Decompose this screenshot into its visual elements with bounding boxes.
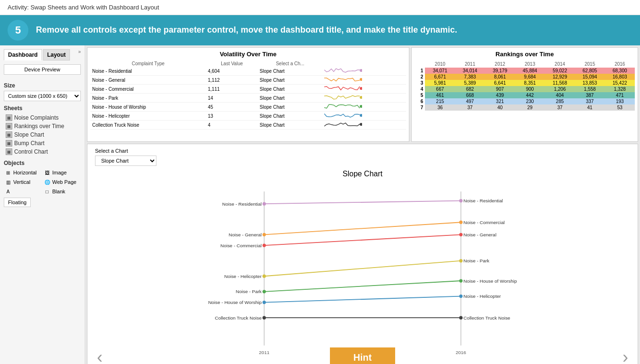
rank-cell: 34,071 xyxy=(425,68,455,74)
svg-point-27 xyxy=(262,301,266,304)
step-number: 5 xyxy=(8,20,28,41)
last-value: 45 xyxy=(206,103,258,112)
slope-label-left: Noise - Residential xyxy=(222,201,261,207)
select-chart-label: Select a Chart xyxy=(95,148,630,154)
object-item[interactable]: □Blank xyxy=(43,187,81,196)
object-item[interactable]: ▥Vertical xyxy=(4,178,42,186)
step-text: Remove all controls except the parameter… xyxy=(36,24,457,36)
year-header: 2015 xyxy=(575,61,605,68)
rank-cell: 8,351 xyxy=(515,80,545,86)
tab-layout[interactable]: Layout xyxy=(43,49,70,61)
slope-chart-title: Slope Chart xyxy=(95,170,630,178)
dashboard-inner: Volatility Over Time Complaint Type Last… xyxy=(85,45,640,364)
rank-cell: 29 xyxy=(515,104,545,111)
top-panels: Volatility Over Time Complaint Type Last… xyxy=(87,47,638,142)
object-label: Horizontal xyxy=(13,170,37,175)
chart-type: Slope Chart xyxy=(258,121,322,130)
object-item[interactable]: 🌐Web Page xyxy=(43,178,81,186)
rank-cell: 62,805 xyxy=(575,68,605,74)
mini-sparkline xyxy=(322,94,406,103)
vol-col-complaint: Complaint Type xyxy=(90,61,206,67)
svg-point-30 xyxy=(262,316,266,320)
year-header: 2014 xyxy=(545,61,575,68)
nav-arrow-left[interactable]: ‹ xyxy=(97,347,103,364)
rank-cell: 40 xyxy=(485,104,515,111)
rank-cell: 1,558 xyxy=(575,86,605,92)
table-row: 35,9815,3896,6418,35111,56813,85315,422 xyxy=(415,80,635,86)
slope-label-right: Noise - General xyxy=(464,232,497,237)
sidebar-sheet-item[interactable]: ▦Noise Complaints xyxy=(4,113,81,122)
last-value: 1,111 xyxy=(206,85,258,94)
rank-cell: 34,014 xyxy=(455,68,485,74)
sidebar-sheet-item[interactable]: ▦Control Chart xyxy=(4,147,81,156)
top-bar: Activity: Swap Sheets and Work with Dash… xyxy=(0,0,640,15)
sidebar-sheet-item[interactable]: ▦Rankings over Time xyxy=(4,122,81,130)
svg-point-19 xyxy=(459,233,462,236)
table-row: Noise - General 1,112 Slope Chart xyxy=(90,76,406,85)
table-row: 6215497321230285337193 xyxy=(415,98,635,104)
slope-label-right: Noise - Park xyxy=(464,258,490,263)
year-header: 2016 xyxy=(605,61,635,68)
rank-cell: 5,389 xyxy=(455,80,485,86)
slope-label-left: Collection Truck Noise xyxy=(215,315,262,321)
object-label: Web Page xyxy=(52,179,77,185)
rank-number: 5 xyxy=(415,92,425,98)
sheet-icon: ▦ xyxy=(6,140,12,147)
rank-cell: 53 xyxy=(605,104,635,111)
svg-point-2 xyxy=(360,87,362,90)
year-header: 2013 xyxy=(515,61,545,68)
size-dropdown: Custom size (1000 x 650) xyxy=(4,91,81,101)
rank-cell: 230 xyxy=(515,98,545,104)
table-row: Noise - Residential 4,604 Slope Chart xyxy=(90,67,406,76)
last-value: 1,112 xyxy=(206,76,258,85)
rank-cell: 471 xyxy=(605,92,635,98)
mini-sparkline xyxy=(322,103,406,112)
sidebar-sheet-item[interactable]: ▦Slope Chart xyxy=(4,130,81,139)
rank-number: 7 xyxy=(415,104,425,111)
rank-cell: 8,061 xyxy=(485,74,515,80)
table-row: Noise - House of Worship 45 Slope Chart xyxy=(90,103,406,112)
sidebar-sheet-item[interactable]: ▦Bump Chart xyxy=(4,139,81,147)
rank-cell: 37 xyxy=(455,104,485,111)
svg-line-17 xyxy=(264,234,461,245)
chart-select[interactable]: Slope Chart xyxy=(95,156,156,166)
svg-line-20 xyxy=(264,261,461,277)
svg-point-18 xyxy=(262,243,266,247)
year-header: 2012 xyxy=(485,61,515,68)
object-item[interactable]: A xyxy=(4,187,42,196)
object-label: Blank xyxy=(52,189,66,194)
svg-line-14 xyxy=(264,222,461,234)
rank-cell: 9,684 xyxy=(515,74,545,80)
device-preview-button[interactable]: Device Preview xyxy=(4,64,81,75)
tab-dashboard[interactable]: Dashboard xyxy=(4,49,42,61)
svg-point-5 xyxy=(360,114,362,117)
object-item[interactable]: ⊞Horizontal xyxy=(4,168,42,177)
svg-point-31 xyxy=(459,316,462,320)
object-item[interactable]: 🖼Image xyxy=(43,168,81,177)
rank-cell: 215 xyxy=(425,98,455,104)
complaint-type: Noise - Commercial xyxy=(90,85,206,94)
rank-cell: 5,981 xyxy=(425,80,455,86)
mini-sparkline xyxy=(322,76,406,85)
sheets-list: ▦Noise Complaints▦Rankings over Time▦Slo… xyxy=(4,113,81,156)
chart-type: Slope Chart xyxy=(258,103,322,112)
rank-number: 4 xyxy=(415,86,425,92)
sheets-label: Sheets xyxy=(4,105,81,112)
slope-label-left: Noise - Commercial xyxy=(220,243,261,248)
rank-cell: 337 xyxy=(575,98,605,104)
table-row: Noise - Park 14 Slope Chart xyxy=(90,94,406,103)
rank-cell: 59,022 xyxy=(545,68,575,74)
floating-button[interactable]: Floating xyxy=(4,198,31,207)
rank-cell: 15,422 xyxy=(605,80,635,86)
sheet-icon: ▦ xyxy=(6,123,12,130)
vol-col-select: Select a Ch... xyxy=(258,61,322,67)
sidebar-arrow[interactable]: » xyxy=(78,49,81,61)
hint-button[interactable]: Hint xyxy=(330,347,396,364)
rank-cell: 11,568 xyxy=(545,80,575,86)
object-icon: 🌐 xyxy=(44,179,51,185)
size-select[interactable]: Custom size (1000 x 650) xyxy=(4,91,81,101)
svg-line-11 xyxy=(264,201,461,204)
slope-label-right: Noise - Residential xyxy=(464,198,503,203)
nav-arrow-right[interactable]: › xyxy=(623,347,628,364)
rank-cell: 7,383 xyxy=(455,74,485,80)
